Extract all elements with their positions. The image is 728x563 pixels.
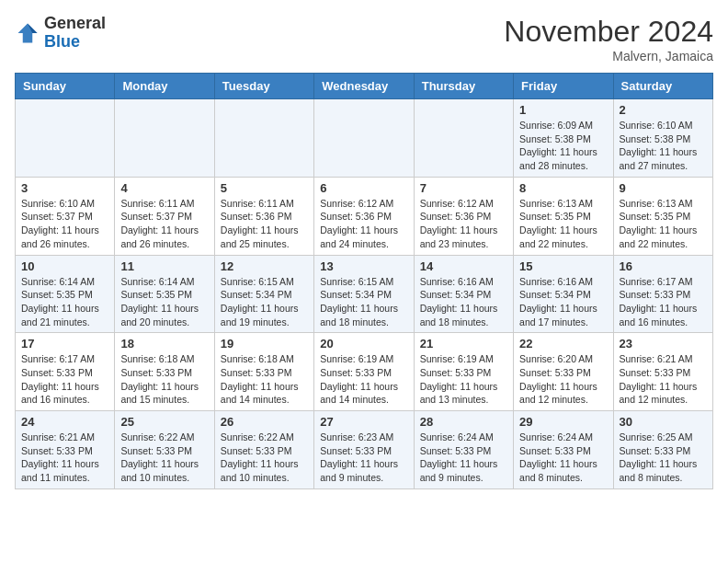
calendar-cell: 18Sunrise: 6:18 AM Sunset: 5:33 PM Dayli… (115, 333, 214, 411)
day-number: 19 (221, 337, 308, 350)
weekday-header-friday: Friday (514, 74, 613, 99)
day-info: Sunrise: 6:14 AM Sunset: 5:35 PM Dayligh… (21, 275, 108, 329)
week-row-4: 17Sunrise: 6:17 AM Sunset: 5:33 PM Dayli… (16, 333, 713, 411)
calendar-cell: 30Sunrise: 6:25 AM Sunset: 5:33 PM Dayli… (613, 411, 712, 489)
day-number: 23 (620, 337, 707, 350)
day-number: 29 (519, 415, 607, 429)
calendar-cell: 1Sunrise: 6:09 AM Sunset: 5:38 PM Daylig… (514, 99, 613, 178)
calendar-cell: 23Sunrise: 6:21 AM Sunset: 5:33 PM Dayli… (613, 333, 712, 411)
day-info: Sunrise: 6:11 AM Sunset: 5:36 PM Dayligh… (221, 197, 308, 251)
calendar-cell: 8Sunrise: 6:13 AM Sunset: 5:35 PM Daylig… (514, 177, 613, 255)
calendar-cell: 22Sunrise: 6:20 AM Sunset: 5:33 PM Dayli… (514, 333, 613, 411)
calendar-cell: 16Sunrise: 6:17 AM Sunset: 5:33 PM Dayli… (613, 255, 712, 333)
day-number: 3 (21, 181, 108, 195)
day-number: 14 (420, 259, 507, 273)
day-info: Sunrise: 6:09 AM Sunset: 5:38 PM Dayligh… (519, 119, 607, 173)
day-info: Sunrise: 6:25 AM Sunset: 5:33 PM Dayligh… (620, 431, 707, 485)
day-info: Sunrise: 6:19 AM Sunset: 5:33 PM Dayligh… (420, 352, 507, 407)
weekday-header-thursday: Thursday (414, 74, 513, 99)
calendar-cell: 5Sunrise: 6:11 AM Sunset: 5:36 PM Daylig… (214, 177, 313, 255)
day-number: 22 (519, 337, 607, 350)
day-number: 2 (620, 103, 707, 117)
month-title: November 2024 (504, 15, 713, 49)
day-number: 7 (420, 181, 507, 195)
day-number: 18 (120, 337, 208, 350)
logo: General Blue (15, 15, 106, 52)
calendar-cell: 20Sunrise: 6:19 AM Sunset: 5:33 PM Dayli… (314, 333, 414, 411)
day-number: 9 (620, 181, 707, 195)
calendar-cell: 17Sunrise: 6:17 AM Sunset: 5:33 PM Dayli… (16, 333, 115, 411)
week-row-1: 1Sunrise: 6:09 AM Sunset: 5:38 PM Daylig… (16, 99, 713, 178)
week-row-5: 24Sunrise: 6:21 AM Sunset: 5:33 PM Dayli… (16, 411, 713, 489)
day-info: Sunrise: 6:20 AM Sunset: 5:33 PM Dayligh… (519, 352, 607, 407)
weekday-header-sunday: Sunday (16, 74, 115, 99)
week-row-3: 10Sunrise: 6:14 AM Sunset: 5:35 PM Dayli… (16, 255, 713, 333)
day-info: Sunrise: 6:21 AM Sunset: 5:33 PM Dayligh… (21, 431, 108, 485)
day-number: 13 (320, 259, 407, 273)
day-number: 5 (221, 181, 308, 195)
title-block: November 2024 Malvern, Jamaica (504, 15, 713, 63)
day-number: 15 (519, 259, 607, 273)
calendar-cell: 25Sunrise: 6:22 AM Sunset: 5:33 PM Dayli… (115, 411, 214, 489)
calendar-cell: 28Sunrise: 6:24 AM Sunset: 5:33 PM Dayli… (414, 411, 513, 489)
calendar-cell (115, 99, 214, 178)
day-number: 30 (620, 415, 707, 429)
calendar-cell: 4Sunrise: 6:11 AM Sunset: 5:37 PM Daylig… (115, 177, 214, 255)
weekday-header-monday: Monday (115, 74, 214, 99)
day-info: Sunrise: 6:15 AM Sunset: 5:34 PM Dayligh… (221, 275, 308, 329)
day-info: Sunrise: 6:19 AM Sunset: 5:33 PM Dayligh… (320, 352, 407, 407)
weekday-header-tuesday: Tuesday (214, 74, 313, 99)
day-info: Sunrise: 6:23 AM Sunset: 5:33 PM Dayligh… (320, 431, 407, 485)
calendar-cell: 9Sunrise: 6:13 AM Sunset: 5:35 PM Daylig… (613, 177, 712, 255)
day-number: 27 (320, 415, 407, 429)
week-row-2: 3Sunrise: 6:10 AM Sunset: 5:37 PM Daylig… (16, 177, 713, 255)
page-header: General Blue November 2024 Malvern, Jama… (15, 15, 713, 63)
day-info: Sunrise: 6:12 AM Sunset: 5:36 PM Dayligh… (320, 197, 407, 251)
day-number: 28 (420, 415, 507, 429)
day-info: Sunrise: 6:18 AM Sunset: 5:33 PM Dayligh… (120, 352, 208, 407)
day-info: Sunrise: 6:22 AM Sunset: 5:33 PM Dayligh… (120, 431, 208, 485)
day-info: Sunrise: 6:13 AM Sunset: 5:35 PM Dayligh… (620, 197, 707, 251)
day-info: Sunrise: 6:10 AM Sunset: 5:37 PM Dayligh… (21, 197, 108, 251)
calendar-cell: 13Sunrise: 6:15 AM Sunset: 5:34 PM Dayli… (314, 255, 414, 333)
day-number: 8 (519, 181, 607, 195)
day-info: Sunrise: 6:24 AM Sunset: 5:33 PM Dayligh… (519, 431, 607, 485)
calendar-cell: 2Sunrise: 6:10 AM Sunset: 5:38 PM Daylig… (613, 99, 712, 178)
calendar-cell (16, 99, 115, 178)
day-number: 26 (221, 415, 308, 429)
day-info: Sunrise: 6:11 AM Sunset: 5:37 PM Dayligh… (120, 197, 208, 251)
day-info: Sunrise: 6:16 AM Sunset: 5:34 PM Dayligh… (519, 275, 607, 329)
calendar-cell: 6Sunrise: 6:12 AM Sunset: 5:36 PM Daylig… (314, 177, 414, 255)
day-info: Sunrise: 6:24 AM Sunset: 5:33 PM Dayligh… (420, 431, 507, 485)
location: Malvern, Jamaica (504, 49, 713, 63)
day-number: 17 (21, 337, 108, 350)
calendar-cell: 7Sunrise: 6:12 AM Sunset: 5:36 PM Daylig… (414, 177, 513, 255)
day-number: 24 (21, 415, 108, 429)
calendar-cell: 24Sunrise: 6:21 AM Sunset: 5:33 PM Dayli… (16, 411, 115, 489)
day-number: 4 (120, 181, 208, 195)
day-number: 10 (21, 259, 108, 273)
weekday-header-saturday: Saturday (613, 74, 712, 99)
calendar-cell: 26Sunrise: 6:22 AM Sunset: 5:33 PM Dayli… (214, 411, 313, 489)
day-info: Sunrise: 6:22 AM Sunset: 5:33 PM Dayligh… (221, 431, 308, 485)
weekday-header-row: SundayMondayTuesdayWednesdayThursdayFrid… (16, 74, 713, 99)
day-info: Sunrise: 6:12 AM Sunset: 5:36 PM Dayligh… (420, 197, 507, 251)
calendar-cell: 15Sunrise: 6:16 AM Sunset: 5:34 PM Dayli… (514, 255, 613, 333)
calendar-cell: 19Sunrise: 6:18 AM Sunset: 5:33 PM Dayli… (214, 333, 313, 411)
logo-icon (15, 20, 40, 46)
day-info: Sunrise: 6:15 AM Sunset: 5:34 PM Dayligh… (320, 275, 407, 329)
calendar-cell: 21Sunrise: 6:19 AM Sunset: 5:33 PM Dayli… (414, 333, 513, 411)
logo-text: General Blue (44, 15, 106, 52)
day-info: Sunrise: 6:18 AM Sunset: 5:33 PM Dayligh… (221, 352, 308, 407)
calendar: SundayMondayTuesdayWednesdayThursdayFrid… (15, 73, 713, 489)
weekday-header-wednesday: Wednesday (314, 74, 414, 99)
day-number: 6 (320, 181, 407, 195)
calendar-cell: 10Sunrise: 6:14 AM Sunset: 5:35 PM Dayli… (16, 255, 115, 333)
calendar-cell: 27Sunrise: 6:23 AM Sunset: 5:33 PM Dayli… (314, 411, 414, 489)
day-number: 16 (620, 259, 707, 273)
day-info: Sunrise: 6:21 AM Sunset: 5:33 PM Dayligh… (620, 352, 707, 407)
day-info: Sunrise: 6:14 AM Sunset: 5:35 PM Dayligh… (120, 275, 208, 329)
day-number: 1 (519, 103, 607, 117)
calendar-cell: 12Sunrise: 6:15 AM Sunset: 5:34 PM Dayli… (214, 255, 313, 333)
day-number: 20 (320, 337, 407, 350)
